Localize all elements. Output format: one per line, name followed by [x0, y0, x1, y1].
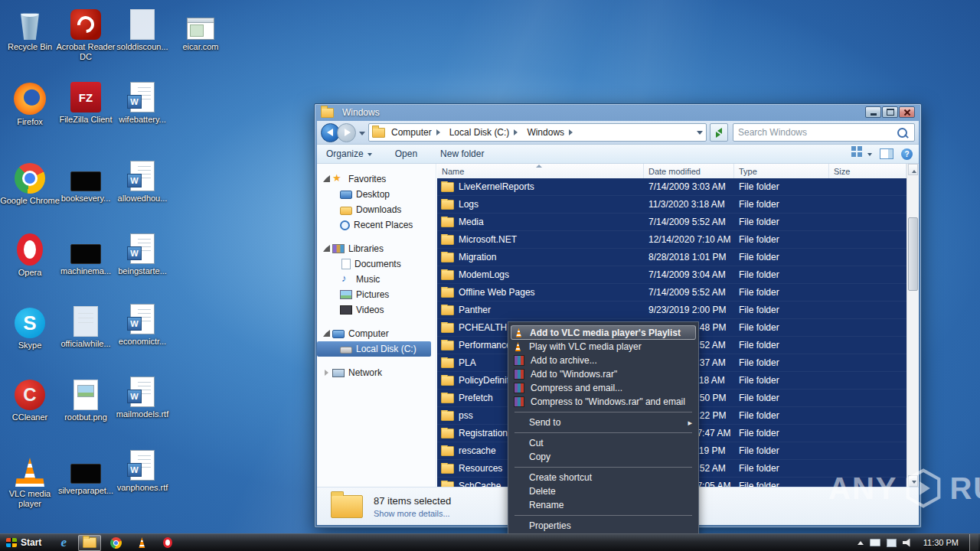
taskbar-button-explorer[interactable]: [78, 535, 101, 551]
expander-icon[interactable]: [323, 245, 331, 253]
desktop-icon-vanphones[interactable]: vanphones.rtf: [116, 445, 168, 493]
desktop-icon-skype[interactable]: Skype: [4, 303, 56, 350]
context-menu-item[interactable]: Rename: [508, 498, 698, 512]
context-menu-item-vlc[interactable]: Play with VLC media player: [508, 340, 698, 354]
desktop-icon-vlc[interactable]: VLC media player: [4, 452, 56, 509]
desktop-icon-opera[interactable]: Opera: [4, 230, 56, 278]
context-menu-item-rar[interactable]: Add to "Windows.rar": [508, 367, 698, 381]
desktop-icon-allowedhou[interactable]: allowedhou...: [116, 156, 168, 204]
context-menu-item[interactable]: [514, 515, 692, 516]
desktop-icon-officialwhile[interactable]: officialwhile...: [60, 302, 112, 349]
show-more-details-link[interactable]: Show more details...: [374, 509, 451, 518]
file-row[interactable]: ModemLogs 7/14/2009 3:04 AM File folder: [437, 266, 906, 284]
vertical-scrollbar[interactable]: [906, 164, 919, 487]
search-box[interactable]: [733, 123, 915, 142]
sidebar-entry-library[interactable]: Libraries: [317, 241, 436, 256]
taskbar-button-ie[interactable]: [52, 535, 75, 551]
breadcrumb-arrow-icon[interactable]: [436, 129, 443, 135]
desktop-icon-silverparapet[interactable]: silverparapet...: [60, 448, 112, 496]
desktop-icon-economictr[interactable]: economictr...: [116, 299, 168, 347]
breadcrumb-arrow-icon[interactable]: [569, 129, 576, 135]
breadcrumb-arrow-icon[interactable]: [514, 129, 521, 135]
address-b​ar[interactable]: Computer Local Disk (C:) Windows: [368, 123, 707, 142]
context-menu-item[interactable]: Delete: [508, 484, 698, 498]
views-button[interactable]: [851, 150, 872, 158]
history-chevron-icon[interactable]: [359, 132, 365, 139]
open-button[interactable]: Open: [392, 147, 420, 161]
column-header-date-modified[interactable]: Date modified: [644, 164, 734, 178]
desktop-icon-beingstarte[interactable]: beingstarte...: [116, 229, 168, 276]
sidebar-entry-recent[interactable]: Recent Places: [317, 217, 436, 233]
expander-icon[interactable]: [323, 369, 331, 377]
file-row[interactable]: LiveKernelReports 7/14/2009 3:03 AM File…: [437, 178, 906, 196]
context-menu-item[interactable]: Send to ▸: [508, 416, 698, 429]
context-menu-item[interactable]: [514, 467, 692, 468]
close-button[interactable]: [899, 106, 915, 118]
desktop-icon-ccleaner[interactable]: CCleaner: [4, 375, 56, 422]
desktop-icon-eicar[interactable]: eicar.com: [175, 5, 227, 52]
context-menu-item-rar[interactable]: Compress and email...: [508, 381, 698, 395]
desktop-icon-booksevery[interactable]: booksevery...: [60, 156, 112, 204]
search-icon[interactable]: [897, 128, 907, 138]
maximize-button[interactable]: [882, 106, 898, 118]
taskbar-button-vlc[interactable]: [130, 535, 153, 551]
context-menu-item[interactable]: Properties: [508, 519, 698, 533]
scroll-up-icon[interactable]: [908, 164, 918, 175]
taskbar-button-opera[interactable]: [156, 535, 179, 551]
column-header-size[interactable]: Size: [829, 164, 906, 178]
expander-icon[interactable]: [323, 175, 331, 183]
scroll-down-icon[interactable]: [908, 475, 918, 487]
tray-expand-icon[interactable]: [858, 538, 864, 545]
desktop-icon-chrome[interactable]: Google Chrome: [4, 158, 56, 206]
sidebar-entry-documents[interactable]: Documents: [317, 256, 436, 272]
taskbar-button-chrome[interactable]: [104, 535, 127, 551]
start-button[interactable]: Start: [0, 534, 49, 551]
keyboard-icon[interactable]: [870, 539, 880, 546]
sidebar-entry-videos[interactable]: Videos: [317, 302, 436, 318]
desktop-icon-wifebattery[interactable]: wifebattery...: [116, 77, 168, 125]
organize-button[interactable]: Organize: [323, 147, 375, 161]
scrollbar-thumb[interactable]: [908, 217, 918, 291]
search-input[interactable]: [733, 127, 897, 138]
preview-pane-button[interactable]: [880, 148, 893, 159]
help-button[interactable]: [901, 148, 913, 160]
forward-button[interactable]: [337, 123, 356, 142]
breadcrumb-segment[interactable]: Local Disk (C:): [448, 126, 526, 139]
context-menu-item[interactable]: [514, 412, 692, 412]
breadcrumb-segment[interactable]: Windows: [525, 126, 580, 139]
context-menu-item-vlc[interactable]: Add to VLC media player's Playlist: [511, 325, 696, 340]
context-menu-item-rar[interactable]: Compress to "Windows.rar" and email: [508, 395, 698, 409]
desktop-icon-filezilla[interactable]: FileZilla Client: [60, 77, 112, 125]
file-row[interactable]: Offline Web Pages 7/14/2009 5:52 AM File…: [437, 284, 906, 302]
desktop-icon-firefox[interactable]: Firefox: [4, 80, 56, 127]
context-menu-item[interactable]: [514, 432, 692, 433]
volume-icon[interactable]: [903, 539, 913, 547]
desktop-icon-solddiscoun[interactable]: solddiscoun...: [116, 5, 168, 52]
breadcrumb-segment[interactable]: Computer: [390, 126, 448, 139]
show-desktop-button[interactable]: [969, 534, 978, 551]
desktop-icon-recycle-bin[interactable]: Recycle Bin: [4, 5, 56, 52]
sidebar-entry-network[interactable]: Network: [317, 365, 436, 380]
desktop-icon-rootbut[interactable]: rootbut.png: [60, 375, 112, 422]
sidebar-entry-music[interactable]: Music: [317, 272, 436, 287]
file-row[interactable]: Microsoft.NET 12/14/2020 7:10 AM File fo…: [437, 231, 906, 249]
address-chevron-icon[interactable]: [697, 131, 703, 138]
sidebar-entry-downloads[interactable]: Downloads: [317, 202, 436, 217]
title-bar[interactable]: Windows: [317, 104, 919, 121]
sidebar-entry-computer[interactable]: Computer: [317, 326, 436, 341]
new-folder-button[interactable]: New folder: [437, 147, 487, 161]
column-header-name[interactable]: Name: [437, 164, 644, 178]
context-menu-item[interactable]: Create shortcut: [508, 471, 698, 484]
refresh-button[interactable]: [710, 123, 728, 142]
column-header-type[interactable]: Type: [734, 164, 829, 178]
desktop-icon-mailmodels[interactable]: mailmodels.rtf: [116, 372, 168, 419]
context-menu-item[interactable]: Cut: [508, 436, 698, 450]
file-row[interactable]: Panther 9/23/2019 2:00 PM File folder: [437, 302, 906, 319]
file-row[interactable]: Media 7/14/2009 5:52 AM File folder: [437, 214, 906, 231]
file-row[interactable]: Migration 8/28/2018 1:01 PM File folder: [437, 249, 906, 266]
minimize-button[interactable]: [865, 106, 881, 118]
taskbar-clock[interactable]: 11:30 PM: [919, 538, 963, 547]
network-icon[interactable]: [887, 539, 897, 547]
sidebar-entry-pictures[interactable]: Pictures: [317, 287, 436, 302]
sidebar-entry-disk[interactable]: Local Disk (C:): [317, 341, 431, 357]
